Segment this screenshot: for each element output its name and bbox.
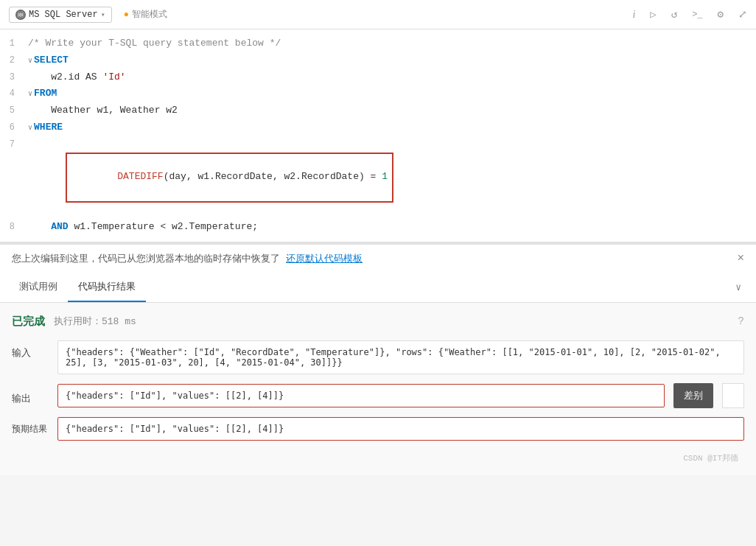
- code-line-1: 1 /* Write your T-SQL query statement be…: [0, 35, 756, 52]
- code-line-5: 5 Weather w1, Weather w2: [0, 102, 756, 119]
- expected-content: {"headers": ["Id"], "values": [[2], [4]]…: [57, 417, 744, 441]
- restore-link[interactable]: 还原默认代码模板: [286, 252, 363, 265]
- toolbar: MS SQL Server ▾ ●智能模式 i ▷ ↺ >_ ⚙ ⤢: [0, 0, 756, 29]
- output-content: {"headers": ["Id"], "values": [[2], [4]]…: [57, 384, 665, 407]
- tabs-chevron-icon[interactable]: ∨: [729, 276, 747, 299]
- tabs-bar: 测试用例 代码执行结果 ∨: [0, 273, 756, 303]
- db-icon: [15, 10, 26, 20]
- input-label: 输入: [12, 340, 49, 360]
- db-chevron-icon: ▾: [101, 10, 105, 19]
- expected-label: 预期结果: [12, 417, 49, 435]
- diff-white-box: [722, 383, 744, 408]
- results-area: 已完成 执行用时：518 ms ? 输入 {"headers": {"Weath…: [0, 303, 756, 475]
- code-editor[interactable]: 1 /* Write your T-SQL query statement be…: [0, 29, 756, 244]
- status-row: 已完成 执行用时：518 ms ?: [12, 315, 744, 329]
- input-content: {"headers": {"Weather": ["Id", "RecordDa…: [57, 340, 744, 374]
- run-icon[interactable]: ▷: [650, 8, 656, 21]
- expected-row: 预期结果 {"headers": ["Id"], "values": [[2],…: [12, 417, 744, 441]
- code-line-7: 7 DATEDIFF(day, w1.RecordDate, w2.Record…: [0, 136, 756, 219]
- code-line-8: 8 AND w1.Temperature < w2.Temperature;: [0, 219, 756, 236]
- input-row: 输入 {"headers": {"Weather": ["Id", "Recor…: [12, 340, 744, 374]
- diff-button[interactable]: 差别: [673, 383, 713, 408]
- output-label: 输出: [12, 386, 49, 405]
- toolbar-icons: i ▷ ↺ >_ ⚙ ⤢: [632, 8, 747, 21]
- refresh-icon[interactable]: ↺: [671, 8, 677, 21]
- tab-execution-results[interactable]: 代码执行结果: [68, 273, 146, 302]
- settings-icon[interactable]: ⚙: [718, 8, 724, 21]
- code-line-4: 4 ∨FROM: [0, 85, 756, 102]
- exec-time-label: 执行用时：518 ms: [54, 315, 136, 328]
- db-selector[interactable]: MS SQL Server ▾: [9, 7, 112, 23]
- info-icon[interactable]: i: [632, 9, 635, 21]
- status-done-label: 已完成: [12, 315, 45, 329]
- notice-close-button[interactable]: ×: [737, 252, 744, 265]
- output-row: 输出 {"headers": ["Id"], "values": [[2], […: [12, 383, 744, 408]
- notice-text: 您上次编辑到这里，代码已从您浏览器本地的临时存储中恢复了: [12, 252, 280, 265]
- help-icon[interactable]: ?: [738, 315, 744, 327]
- code-line-2: 2 ∨SELECT: [0, 52, 756, 69]
- db-selector-label: MS SQL Server: [29, 10, 98, 20]
- code-line-3: 3 w2.id AS 'Id': [0, 69, 756, 86]
- tab-test-cases[interactable]: 测试用例: [9, 273, 68, 302]
- expand-icon[interactable]: ⤢: [738, 8, 747, 21]
- code-line-6: 6 ∨WHERE: [0, 119, 756, 136]
- terminal-icon[interactable]: >_: [692, 10, 702, 20]
- highlighted-line: DATEDIFF(day, w1.RecordDate, w2.RecordDa…: [66, 153, 393, 203]
- watermark: CSDN @IT邦德: [12, 449, 744, 463]
- mode-indicator: ●智能模式: [124, 8, 167, 21]
- notice-bar: 您上次编辑到这里，代码已从您浏览器本地的临时存储中恢复了 还原默认代码模板 ×: [0, 244, 756, 273]
